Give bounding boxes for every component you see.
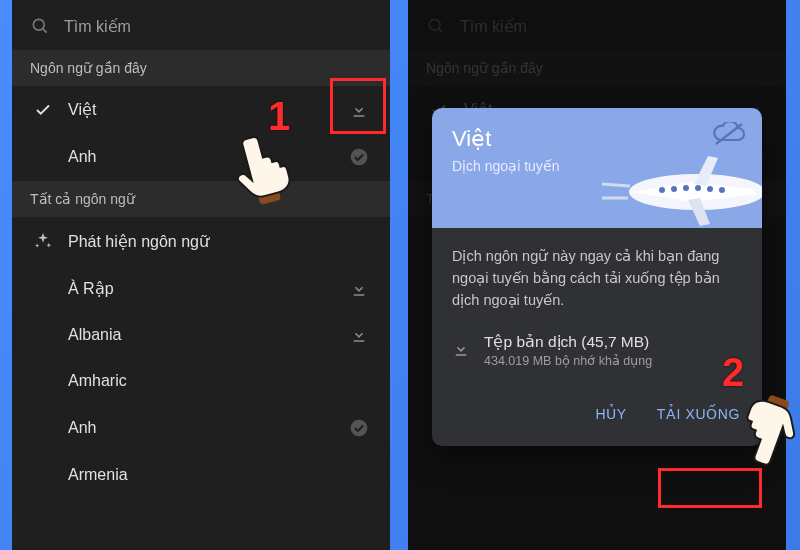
lang-row[interactable]: Armenia bbox=[12, 452, 390, 498]
svg-point-3 bbox=[351, 420, 368, 437]
lang-label: Việt bbox=[68, 100, 346, 119]
download-icon[interactable] bbox=[346, 101, 372, 119]
lang-label: Anh bbox=[68, 419, 346, 437]
svg-point-9 bbox=[659, 187, 665, 193]
file-subtitle: 434.019 MB bộ nhớ khả dụng bbox=[484, 353, 652, 368]
download-icon[interactable] bbox=[346, 280, 372, 298]
svg-line-15 bbox=[602, 184, 630, 186]
lang-label: Amharic bbox=[68, 372, 346, 390]
cancel-button[interactable]: HỦY bbox=[584, 396, 639, 432]
phone-screen-left: Tìm kiếm Ngôn ngữ gần đây Việt Anh Tất c… bbox=[12, 0, 390, 550]
svg-point-12 bbox=[695, 185, 701, 191]
downloaded-icon bbox=[346, 147, 372, 167]
lang-label: À Rập bbox=[68, 279, 346, 298]
lang-label: Armenia bbox=[68, 466, 346, 484]
svg-point-13 bbox=[707, 186, 713, 192]
dialog-hero: Việt Dịch ngoại tuyến bbox=[432, 108, 762, 228]
download-icon bbox=[452, 340, 470, 362]
lang-row-detect[interactable]: Phát hiện ngôn ngữ bbox=[12, 217, 390, 265]
lang-row[interactable]: Albania bbox=[12, 312, 390, 358]
svg-point-11 bbox=[683, 185, 689, 191]
svg-line-1 bbox=[43, 29, 47, 33]
lang-row[interactable]: Anh bbox=[12, 404, 390, 452]
lang-label: Albania bbox=[68, 326, 346, 344]
check-icon bbox=[30, 101, 56, 119]
dialog-description: Dịch ngôn ngữ này ngay cả khi bạn đang n… bbox=[452, 246, 742, 311]
downloaded-icon bbox=[346, 418, 372, 438]
section-all: Tất cả ngôn ngữ bbox=[12, 181, 390, 217]
airplane-illustration bbox=[602, 134, 762, 228]
lang-row-anh[interactable]: Anh bbox=[12, 133, 390, 181]
search-placeholder: Tìm kiếm bbox=[64, 17, 131, 36]
download-icon[interactable] bbox=[346, 326, 372, 344]
detect-label: Phát hiện ngôn ngữ bbox=[68, 232, 346, 251]
lang-row[interactable]: Amharic bbox=[12, 358, 390, 404]
svg-point-10 bbox=[671, 186, 677, 192]
section-recent: Ngôn ngữ gần đây bbox=[12, 50, 390, 86]
svg-point-2 bbox=[351, 149, 368, 166]
lang-row[interactable]: À Rập bbox=[12, 265, 390, 312]
download-button[interactable]: TẢI XUỐNG bbox=[645, 396, 752, 432]
svg-point-0 bbox=[33, 19, 44, 30]
file-title: Tệp bản dịch (45,7 MB) bbox=[484, 333, 652, 351]
sparkle-icon bbox=[30, 231, 56, 251]
offline-download-dialog: Việt Dịch ngoại tuyến Dịch ngôn ngữ này … bbox=[432, 108, 762, 446]
dialog-file-row: Tệp bản dịch (45,7 MB) 434.019 MB bộ nhớ… bbox=[452, 333, 742, 368]
svg-point-14 bbox=[719, 187, 725, 193]
lang-label: Anh bbox=[68, 148, 346, 166]
lang-row-viet[interactable]: Việt bbox=[12, 86, 390, 133]
search-row[interactable]: Tìm kiếm bbox=[12, 0, 390, 50]
search-icon bbox=[30, 16, 50, 36]
phone-screen-right: Tìm kiếm Ngôn ngữ gần đây Việt Anh Tất c… bbox=[408, 0, 786, 550]
